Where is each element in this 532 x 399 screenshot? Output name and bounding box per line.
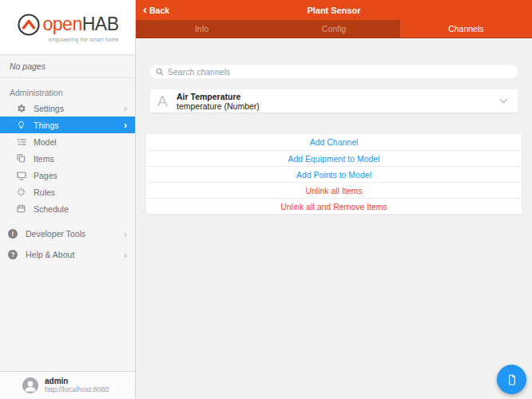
search-input[interactable]: [168, 67, 512, 77]
sidebar-item-pages[interactable]: Pages: [0, 167, 135, 184]
sidebar-nav: Settings › Things › Model It: [0, 100, 135, 217]
model-tree-icon: [16, 136, 26, 147]
sidebar-item-help-about[interactable]: ? Help & About ›: [0, 244, 135, 265]
back-button[interactable]: ‹ Back: [136, 0, 169, 20]
document-icon: [506, 373, 518, 386]
channel-item-air-temperature[interactable]: A Air Temperature temperature (Number): [150, 89, 518, 113]
sidebar: openHAB empowering the smart home No pag…: [0, 0, 136, 399]
unlink-all-items-button[interactable]: Unlink all Items: [146, 182, 522, 198]
channel-type-badge: A: [157, 93, 177, 110]
add-points-to-model-button[interactable]: Add Points to Model: [146, 166, 522, 182]
chevron-right-icon: ›: [124, 120, 127, 130]
user-footer[interactable]: admin http://localhost:8080: [0, 371, 135, 399]
section-label-administration: Administration: [0, 85, 135, 100]
file-fab-button[interactable]: [497, 365, 526, 394]
sidebar-item-things[interactable]: Things ›: [0, 117, 135, 133]
tab-info[interactable]: Info: [136, 20, 268, 38]
add-equipment-to-model-button[interactable]: Add Equipment to Model: [146, 150, 522, 166]
openhab-admin-app: openHAB empowering the smart home No pag…: [0, 0, 532, 399]
overlapping-squares-icon: [16, 153, 26, 164]
chevron-right-icon: ›: [124, 249, 127, 261]
sidebar-secondary: ! Developer Tools › ? Help & About ›: [0, 223, 135, 265]
tab-channels[interactable]: Channels: [400, 20, 532, 38]
search-icon: [156, 68, 164, 76]
sidebar-item-schedule[interactable]: Schedule: [0, 200, 135, 217]
exclamation-circle-icon: !: [8, 229, 18, 239]
chevron-right-icon: ›: [124, 228, 127, 240]
sidebar-item-developer-tools[interactable]: ! Developer Tools ›: [0, 223, 135, 244]
monitor-icon: [16, 170, 26, 180]
user-name: admin: [45, 377, 109, 385]
page-title: Plant Sensor: [136, 6, 532, 15]
channel-subtitle: temperature (Number): [177, 101, 499, 111]
question-circle-icon: ?: [8, 250, 18, 259]
sidebar-item-items[interactable]: Items: [0, 150, 135, 167]
chevron-down-icon[interactable]: [499, 98, 508, 104]
sparkle-icon: [16, 187, 26, 197]
avatar: [22, 377, 38, 393]
sidebar-item-rules[interactable]: Rules: [0, 184, 135, 200]
main-panel: ‹ Back Plant Sensor Info Config Channels…: [136, 0, 532, 399]
lightbulb-icon: [16, 120, 26, 130]
tab-config[interactable]: Config: [268, 20, 399, 38]
gear-icon: [16, 103, 26, 113]
sidebar-item-settings[interactable]: Settings ›: [0, 100, 135, 117]
navbar: ‹ Back Plant Sensor: [136, 0, 532, 20]
search-bar: [150, 65, 518, 78]
chevron-right-icon: ›: [124, 103, 127, 113]
server-url: http://localhost:8080: [45, 385, 109, 394]
no-pages-label: No pages: [0, 55, 135, 78]
openhab-logo-icon: [17, 13, 41, 37]
add-channel-button[interactable]: Add Channel: [146, 134, 522, 150]
logo-tagline: empowering the smart home: [17, 37, 119, 42]
action-list: Add Channel Add Equipment to Model Add P…: [146, 134, 522, 214]
calendar-icon: [16, 203, 26, 214]
sidebar-item-model[interactable]: Model: [0, 133, 135, 150]
logo-wordmark: openHAB: [43, 15, 119, 34]
logo-area: openHAB empowering the smart home: [0, 0, 135, 55]
channel-title: Air Temperature: [177, 92, 499, 101]
channels-content: A Air Temperature temperature (Number) A…: [136, 38, 532, 399]
openhab-logo: openHAB empowering the smart home: [17, 13, 119, 42]
tabbar: Info Config Channels: [136, 20, 532, 38]
chevron-left-icon: ‹: [143, 6, 147, 14]
unlink-all-and-remove-items-button[interactable]: Unlink all and Remove Items: [146, 198, 522, 214]
